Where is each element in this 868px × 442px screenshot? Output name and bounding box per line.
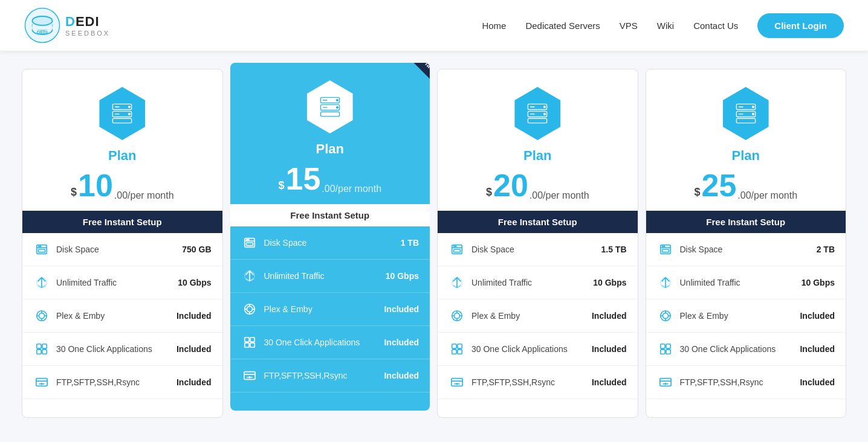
- logo: DEDI DEDI SEEDBOX: [24, 7, 110, 43]
- feature-item-4: FTP,SFTP,SSH,Rsync Included: [22, 366, 222, 399]
- feature-item-3: 30 One Click Applications Included: [438, 333, 638, 366]
- svg-point-102: [662, 313, 668, 318]
- price-cents: .00/per month: [530, 190, 589, 201]
- svg-rect-45: [246, 243, 253, 246]
- svg-rect-54: [250, 338, 254, 342]
- svg-rect-53: [244, 338, 248, 342]
- feature-left: Disk Space: [241, 234, 307, 251]
- svg-rect-108: [666, 344, 670, 348]
- svg-text:DEDI: DEDI: [37, 30, 48, 35]
- nav-vps[interactable]: VPS: [620, 21, 638, 31]
- feature-value: 2 TB: [817, 245, 835, 254]
- feature-label: 30 One Click Applications: [56, 344, 152, 354]
- svg-rect-28: [37, 350, 41, 354]
- feature-label: 30 One Click Applications: [264, 338, 360, 347]
- card-top: Plan $ 20 .00/per month: [438, 69, 638, 211]
- svg-point-38: [336, 100, 338, 101]
- feature-label: Plex & Emby: [680, 311, 728, 321]
- plan-card-3: Plan $ 20 .00/per month Free Instant Set…: [437, 69, 638, 418]
- price-amount: 20: [493, 170, 528, 201]
- feature-value: 750 GB: [182, 245, 211, 254]
- svg-point-71: [455, 246, 456, 246]
- ftp-icon: [449, 374, 465, 391]
- feature-left: Disk Space: [657, 241, 723, 258]
- nav-contact[interactable]: Contact Us: [693, 21, 738, 31]
- feature-left: Unlimited Traffic: [657, 274, 740, 291]
- svg-point-70: [454, 246, 455, 246]
- price-cents: .00/per month: [737, 190, 797, 201]
- feature-left: Unlimited Traffic: [33, 274, 117, 291]
- price-dollar-sign: $: [71, 186, 77, 199]
- apps-icon: [657, 341, 674, 357]
- plex-icon: [657, 307, 674, 324]
- feature-left: 30 One Click Applications: [33, 341, 152, 357]
- plan-price: $ 10 .00/per month: [71, 170, 174, 201]
- feature-label: Plex & Emby: [471, 311, 520, 321]
- feature-label: Disk Space: [680, 245, 723, 254]
- svg-rect-80: [452, 344, 456, 348]
- plan-hex-icon: [510, 86, 565, 141]
- svg-rect-18: [39, 249, 45, 252]
- feature-value: Included: [177, 311, 212, 321]
- plan-card-2: Most Popular Plan Plan $ 15 .00/per mont…: [230, 63, 430, 411]
- feature-item-4: FTP,SFTP,SSH,Rsync Included: [438, 366, 638, 399]
- plan-price: $ 15 .00/per month: [278, 163, 381, 194]
- hex-shape: [719, 87, 772, 140]
- feature-left: 30 One Click Applications: [449, 341, 568, 357]
- price-dollar-sign: $: [486, 186, 492, 199]
- feature-value: Included: [800, 377, 835, 387]
- nav-wiki[interactable]: Wiki: [657, 21, 674, 31]
- feature-item-3: 30 One Click Applications Included: [22, 333, 222, 366]
- svg-rect-81: [458, 344, 462, 348]
- card-top: Plan $ 25 .00/per month: [646, 69, 846, 211]
- feature-label: Plex & Emby: [264, 304, 313, 314]
- feature-value: Included: [592, 377, 627, 387]
- svg-point-48: [247, 306, 252, 312]
- svg-rect-40: [320, 112, 339, 116]
- client-login-button[interactable]: Client Login: [757, 13, 844, 38]
- svg-rect-82: [452, 350, 456, 354]
- traffic-icon: [33, 274, 50, 291]
- logo-brand: DEDI: [65, 14, 110, 30]
- feature-label: Disk Space: [264, 238, 307, 248]
- features-list: Disk Space 1.5 TB Unlimited Traffic 10 G…: [438, 233, 638, 399]
- card-top: Plan $ 10 .00/per month: [22, 69, 222, 211]
- feature-label: Unlimited Traffic: [56, 278, 117, 287]
- nav-home[interactable]: Home: [482, 21, 506, 31]
- svg-rect-109: [660, 350, 664, 354]
- feature-value: 10 Gbps: [593, 278, 626, 287]
- svg-point-65: [544, 106, 546, 108]
- plan-name: Plan: [523, 148, 551, 164]
- svg-point-97: [662, 246, 662, 246]
- plex-icon: [449, 307, 465, 324]
- svg-rect-110: [666, 350, 670, 354]
- svg-point-11: [129, 106, 131, 108]
- svg-point-93: [752, 114, 754, 115]
- svg-point-12: [129, 114, 131, 115]
- feature-value: Included: [177, 377, 212, 387]
- feature-label: Unlimited Traffic: [471, 278, 532, 287]
- feature-label: FTP,SFTP,SSH,Rsync: [264, 371, 348, 380]
- pricing-section: Plan $ 10 .00/per month Free Instant Set…: [0, 51, 868, 418]
- plex-icon: [241, 301, 258, 318]
- svg-rect-27: [42, 344, 47, 348]
- hex-shape: [303, 80, 357, 133]
- apps-icon: [241, 334, 258, 351]
- feature-value: Included: [384, 304, 419, 314]
- nav-dedicated[interactable]: Dedicated Servers: [525, 21, 600, 31]
- feature-item-3: 30 One Click Applications Included: [230, 326, 430, 359]
- traffic-icon: [657, 274, 674, 291]
- feature-left: FTP,SFTP,SSH,Rsync: [449, 374, 555, 391]
- svg-point-17: [40, 246, 40, 246]
- feature-value: Included: [800, 311, 835, 321]
- disk-icon: [449, 241, 465, 258]
- feature-left: Unlimited Traffic: [449, 274, 532, 291]
- feature-left: Disk Space: [33, 241, 99, 258]
- ribbon-text: Most Popular Plan: [375, 63, 430, 84]
- feature-left: Unlimited Traffic: [241, 267, 325, 284]
- feature-item-1: Unlimited Traffic 10 Gbps: [22, 266, 222, 299]
- feature-item-2: Plex & Emby Included: [646, 299, 846, 333]
- svg-rect-55: [244, 343, 248, 347]
- svg-point-66: [544, 114, 546, 115]
- header: DEDI DEDI SEEDBOX Home Dedicated Servers…: [0, 0, 868, 51]
